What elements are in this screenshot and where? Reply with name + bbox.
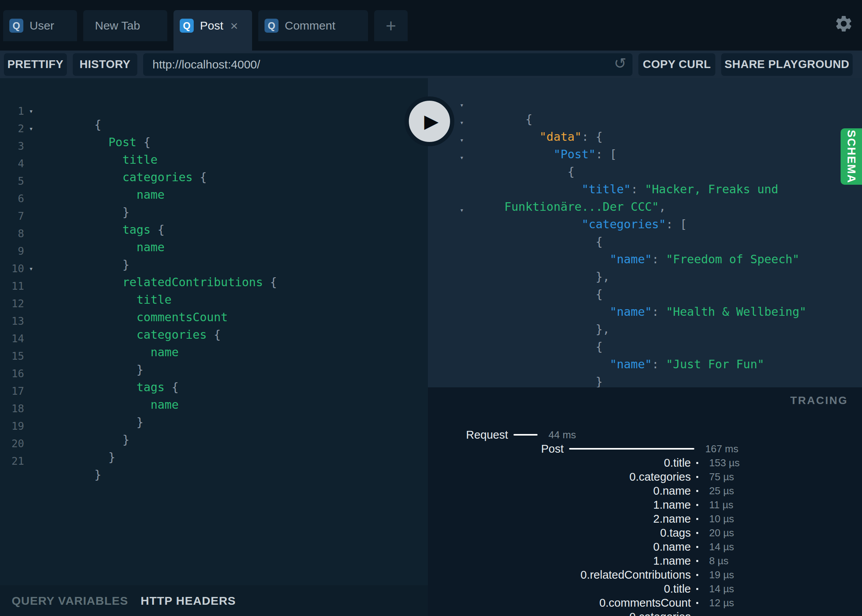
trace-bar: [696, 518, 698, 520]
tab-post[interactable]: Q Post ×: [173, 10, 252, 51]
line-number: 13: [0, 315, 24, 327]
fold-arrow-icon[interactable]: ▾: [24, 107, 38, 115]
query-badge-icon: Q: [9, 19, 23, 33]
query-badge-icon: Q: [180, 19, 194, 33]
tracing-panel: TRACING Request 44 ms Post 167 ms 0.titl…: [428, 387, 862, 616]
editor-line-text: }: [38, 441, 109, 481]
trace-bar: [696, 476, 698, 478]
query-editor[interactable]: 1 ▾ { 2 ▾ Post { 3 title: [0, 78, 428, 585]
trace-row: 0.title 14 µs: [428, 582, 862, 596]
trace-label: 0.name: [428, 485, 691, 497]
copy-curl-button[interactable]: COPY CURL: [638, 53, 715, 76]
tracing-rows: Request 44 ms Post 167 ms 0.title 153 µs: [428, 428, 862, 616]
trace-label: 0.tags: [428, 527, 691, 539]
tab-label: Post: [200, 19, 223, 32]
trace-duration: 11 µs: [709, 499, 733, 511]
tab-bar: Q User New Tab Q Post × Q Comment +: [0, 0, 862, 51]
tab-user[interactable]: Q User: [3, 10, 77, 41]
trace-row: 0.categories: [428, 610, 862, 616]
trace-label: 0.commentsCount: [428, 597, 691, 609]
trace-bar: [696, 560, 698, 562]
tab-comment[interactable]: Q Comment: [258, 10, 368, 41]
line-number: 4: [0, 158, 24, 170]
url-input[interactable]: [143, 58, 632, 71]
trace-row: 0.relatedContributions 19 µs: [428, 568, 862, 582]
schema-tab-label: SCHEMA: [845, 130, 858, 184]
fold-arrow-icon[interactable]: ▾: [24, 264, 38, 273]
share-playground-button[interactable]: SHARE PLAYGROUND: [721, 53, 853, 76]
trace-label: Post: [428, 443, 564, 455]
trace-row: 2.name 10 µs: [428, 512, 862, 526]
endpoint-bar: ↺: [143, 53, 632, 76]
trace-label: 0.name: [428, 541, 691, 553]
query-variables-tab[interactable]: QUERY VARIABLES: [12, 594, 128, 607]
trace-duration: 14 µs: [709, 583, 734, 595]
tab-label: New Tab: [95, 19, 140, 32]
trace-duration: 14 µs: [709, 541, 734, 553]
line-number: 11: [0, 280, 24, 292]
response-line-text: ]: [448, 365, 589, 387]
line-number: 9: [0, 245, 24, 257]
tabs: Q User New Tab Q Post × Q Comment +: [3, 10, 408, 51]
trace-label: 0.categories: [428, 471, 691, 483]
line-number: 10: [0, 262, 24, 275]
trace-duration: 44 ms: [548, 429, 576, 441]
play-icon: ▶: [424, 112, 439, 131]
http-headers-tab[interactable]: HTTP HEADERS: [141, 594, 236, 607]
line-number: 14: [0, 332, 24, 345]
line-number: 21: [0, 455, 24, 467]
line-number: 18: [0, 402, 24, 415]
toolbar: PRETTIFY HISTORY ↺ COPY CURL SHARE PLAYG…: [0, 51, 862, 78]
trace-row: 0.categories 75 µs: [428, 470, 862, 484]
trace-bar: [696, 588, 698, 590]
line-number: 16: [0, 368, 24, 380]
trace-bar: [696, 546, 698, 548]
execute-query-button[interactable]: ▶: [405, 96, 454, 146]
trace-row: 0.tags 20 µs: [428, 526, 862, 540]
response-line: ]: [448, 377, 862, 387]
trace-label: 0.categories: [428, 611, 691, 616]
trace-label: 2.name: [428, 513, 691, 525]
refresh-icon[interactable]: ↺: [614, 55, 626, 72]
trace-row: 0.name 14 µs: [428, 540, 862, 554]
trace-duration: 167 ms: [705, 443, 738, 455]
line-number: 7: [0, 210, 24, 222]
line-number: 12: [0, 298, 24, 310]
trace-bar: [696, 504, 698, 506]
tab-label: User: [30, 19, 54, 32]
query-badge-icon: Q: [265, 19, 279, 33]
fold-arrow-icon[interactable]: ▾: [24, 124, 38, 133]
trace-duration: 25 µs: [709, 485, 734, 497]
trace-bar: [696, 490, 698, 492]
trace-bar: [696, 532, 698, 534]
line-number: 1: [0, 105, 24, 117]
trace-duration: 153 µs: [709, 457, 740, 469]
trace-label: 1.name: [428, 555, 691, 567]
line-number: 5: [0, 175, 24, 187]
trace-bar: [513, 434, 538, 436]
trace-duration: 10 µs: [709, 513, 734, 525]
tracing-title: TRACING: [790, 394, 848, 407]
schema-tab[interactable]: SCHEMA: [841, 128, 862, 185]
prettify-button[interactable]: PRETTIFY: [4, 53, 67, 76]
history-button[interactable]: HISTORY: [73, 53, 137, 76]
trace-duration: 19 µs: [709, 569, 734, 581]
line-number: 3: [0, 140, 24, 152]
close-tab-icon[interactable]: ×: [230, 19, 238, 32]
line-number: 19: [0, 420, 24, 432]
trace-label: 0.title: [428, 583, 691, 595]
trace-duration: 20 µs: [709, 527, 734, 539]
trace-bar: [696, 602, 698, 604]
trace-bar: [696, 574, 698, 576]
trace-bar: [696, 462, 698, 464]
add-tab-button[interactable]: +: [374, 10, 408, 41]
trace-bar: [569, 448, 694, 450]
editor-line: 21 }: [0, 452, 428, 470]
line-number: 17: [0, 385, 24, 397]
trace-label: 1.name: [428, 499, 691, 511]
tab-new-tab[interactable]: New Tab: [83, 10, 167, 41]
trace-label: 0.relatedContributions: [428, 569, 691, 581]
settings-button[interactable]: [834, 14, 853, 33]
trace-row: 1.name 8 µs: [428, 554, 862, 568]
tab-label: Comment: [285, 19, 335, 32]
